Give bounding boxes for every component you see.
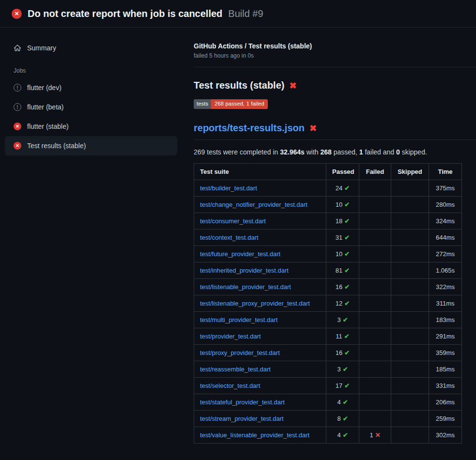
table-row: test/value_listenable_provider_test.dart…	[194, 427, 462, 444]
passed-cell: 3✔	[326, 361, 359, 378]
time-cell: 331ms	[429, 378, 462, 394]
check-icon: ✔	[344, 217, 350, 225]
failed-cell	[359, 411, 391, 427]
failed-x-icon: ✖	[289, 81, 296, 90]
check-icon: ✔	[344, 201, 350, 208]
skipped-cell	[391, 411, 429, 427]
time-cell: 375ms	[429, 180, 462, 197]
x-icon: ✕	[375, 431, 381, 439]
test-suite-link[interactable]: test/context_test.dart	[200, 234, 259, 241]
section-title: Test results (stable) ✖	[194, 80, 476, 91]
badge-value: 268 passed, 1 failed	[211, 99, 267, 109]
exclamation-circle-icon: !	[14, 84, 21, 92]
x-circle-icon: ✕	[14, 123, 21, 130]
test-suite-link[interactable]: test/listenable_provider_test.dart	[200, 283, 291, 291]
test-suite-cell: test/listenable_provider_test.dart	[194, 279, 326, 295]
passed-cell: 12✔	[326, 295, 359, 312]
x-circle-icon: ✕	[12, 9, 22, 19]
column-header-failed: Failed	[359, 164, 391, 180]
table-row: test/inherited_provider_test.dart 81✔ 1.…	[194, 262, 462, 279]
report-heading: reports/test-results.json ✖	[194, 123, 476, 140]
time-cell: 324ms	[429, 213, 462, 230]
passed-cell: 18✔	[326, 213, 359, 230]
column-header-passed: Passed	[326, 164, 359, 180]
time-cell: 280ms	[429, 197, 462, 213]
passed-cell: 8✔	[326, 411, 359, 427]
sidebar-item-flutter-beta[interactable]: ! flutter (beta)	[5, 97, 177, 117]
sidebar-item-flutter-stable[interactable]: ✕ flutter (stable)	[5, 117, 177, 136]
badge-label: tests	[194, 99, 211, 109]
passed-cell: 16✔	[326, 345, 359, 361]
failed-cell	[359, 295, 391, 312]
table-row: test/builder_test.dart 24✔ 375ms	[194, 180, 462, 197]
table-row: test/selector_test.dart 17✔ 331ms	[194, 378, 462, 394]
test-suite-link[interactable]: test/inherited_provider_test.dart	[200, 267, 289, 274]
summary-text: 269 tests were completed in	[194, 148, 280, 156]
test-suite-link[interactable]: test/consumer_test.dart	[200, 217, 266, 225]
table-row: test/listenable_proxy_provider_test.dart…	[194, 295, 462, 312]
check-icon: ✔	[343, 366, 348, 373]
test-suite-link[interactable]: test/provider_test.dart	[200, 333, 261, 340]
passed-cell: 10✔	[326, 197, 359, 213]
results-table-body: test/builder_test.dart 24✔ 375ms test/ch…	[194, 180, 462, 444]
failed-x-icon: ✖	[309, 124, 317, 133]
test-suite-cell: test/context_test.dart	[194, 230, 326, 246]
results-table: Test suite Passed Failed Skipped Time te…	[194, 163, 462, 444]
failed-cell	[359, 312, 391, 328]
jobs-section-label: Jobs	[0, 58, 182, 78]
time-cell: 311ms	[429, 295, 462, 312]
sidebar-item-flutter-dev[interactable]: ! flutter (dev)	[5, 78, 177, 97]
check-icon: ✔	[344, 333, 350, 340]
failed-cell	[359, 328, 391, 345]
test-suite-link[interactable]: test/listenable_proxy_provider_test.dart	[200, 300, 310, 307]
table-row: test/future_provider_test.dart 10✔ 272ms	[194, 246, 462, 262]
failed-cell	[359, 197, 391, 213]
test-suite-link[interactable]: test/proxy_provider_test.dart	[200, 349, 280, 356]
test-suite-link[interactable]: test/builder_test.dart	[200, 184, 257, 192]
exclamation-circle-icon: !	[14, 103, 21, 111]
sidebar-item-summary[interactable]: Summary	[5, 38, 177, 58]
table-row: test/multi_provider_test.dart 3✔ 183ms	[194, 312, 462, 328]
test-suite-cell: test/selector_test.dart	[194, 378, 326, 394]
test-suite-link[interactable]: test/multi_provider_test.dart	[200, 316, 277, 323]
skipped-cell	[391, 197, 429, 213]
time-cell: 259ms	[429, 411, 462, 427]
build-header: ✕ Do not create report when job is cance…	[0, 0, 476, 28]
skipped-cell	[391, 230, 429, 246]
column-header-test-suite: Test suite	[194, 164, 326, 180]
test-suite-link[interactable]: test/value_listenable_provider_test.dart	[200, 431, 309, 439]
check-icon: ✔	[343, 399, 348, 406]
test-suite-link[interactable]: test/stream_provider_test.dart	[200, 415, 284, 422]
check-icon: ✔	[344, 300, 350, 307]
test-suite-link[interactable]: test/selector_test.dart	[200, 382, 260, 389]
check-icon: ✔	[344, 349, 350, 356]
table-row: test/reassemble_test.dart 3✔ 185ms	[194, 361, 462, 378]
time-cell: 183ms	[429, 312, 462, 328]
test-suite-cell: test/value_listenable_provider_test.dart	[194, 427, 326, 444]
test-suite-link[interactable]: test/change_notifier_provider_test.dart	[200, 201, 307, 208]
test-suite-link[interactable]: test/reassemble_test.dart	[200, 366, 271, 373]
main-content: GitHub Actions / Test results (stable) f…	[182, 28, 476, 460]
column-header-skipped: Skipped	[391, 164, 429, 180]
test-suite-link[interactable]: test/future_provider_test.dart	[200, 250, 280, 258]
time-cell: 272ms	[429, 246, 462, 262]
sidebar-item-label: Summary	[27, 44, 56, 52]
home-icon	[14, 44, 21, 52]
test-suite-link[interactable]: test/stateful_provider_test.dart	[200, 399, 285, 406]
summary-duration: 32.964s	[280, 148, 305, 156]
test-suite-cell: test/stateful_provider_test.dart	[194, 394, 326, 411]
time-cell: 302ms	[429, 427, 462, 444]
summary-text: failed and	[363, 148, 397, 156]
table-row: test/proxy_provider_test.dart 16✔ 359ms	[194, 345, 462, 361]
summary-text: skipped.	[400, 148, 427, 156]
time-cell: 1.065s	[429, 262, 462, 279]
time-cell: 644ms	[429, 230, 462, 246]
summary-line: 269 tests were completed in 32.964s with…	[194, 148, 476, 156]
check-icon: ✔	[343, 431, 348, 439]
summary-failed-count: 1	[359, 148, 363, 156]
check-icon: ✔	[344, 250, 350, 258]
sidebar-item-test-results-stable[interactable]: ✕ Test results (stable)	[5, 136, 177, 155]
test-suite-cell: test/future_provider_test.dart	[194, 246, 326, 262]
report-link[interactable]: reports/test-results.json	[194, 123, 305, 134]
check-icon: ✔	[344, 184, 350, 192]
